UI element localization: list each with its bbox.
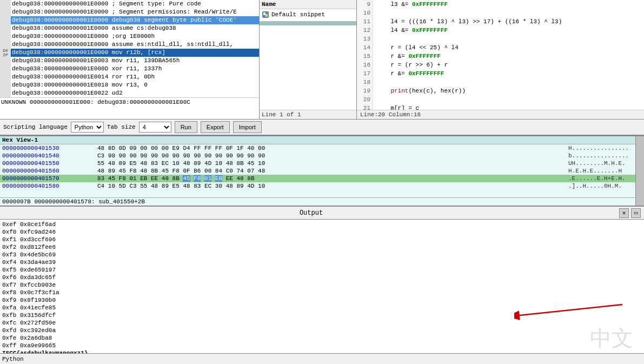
output-title: Output xyxy=(3,209,619,217)
hex-bytes: 48 8D 0D 09 00 00 00 E9 D4 FF FF FF 0F 1… xyxy=(97,144,565,152)
hex-row[interactable]: 000000000040155055 48 89 E5 48 83 EC 10 … xyxy=(0,160,635,167)
disasm-row-marker xyxy=(0,41,11,49)
hex-addr: 0000000000401530 xyxy=(0,144,97,152)
disasm-row[interactable]: debug038:0000000000001E0003 mov r11, 139… xyxy=(0,57,259,65)
disasm-unknown-line: UNKNOWN 0000000000001E000: debug038:0000… xyxy=(0,97,259,107)
output-line: 0xf7 0xfccb903e xyxy=(2,281,642,289)
code-line: m[r] = c xyxy=(376,104,641,110)
code-line: l4 = (((16 * l3) ^ l3) >> 17) + ((16 * l… xyxy=(376,17,641,26)
disasm-row[interactable]: debug038:0000000000001E0022 ud2 xyxy=(0,89,259,97)
line-number: 16 xyxy=(359,61,370,69)
disasm-row-marker xyxy=(0,89,11,97)
code-line xyxy=(376,78,641,87)
code-line: r = (l4 << 25) ^ l4 xyxy=(376,43,641,52)
hex-bytes: C4 10 5D C3 55 48 89 E5 48 83 EC 30 48 8… xyxy=(97,182,565,190)
hex-ascii: .E......E.H+E.H. xyxy=(565,175,635,182)
code-status-bar: Line:20 Column:16 xyxy=(357,110,644,119)
disasm-row[interactable]: DXIPdebug038:0000000000001E0000 mov r12b… xyxy=(0,49,259,57)
line-number: 12 xyxy=(359,26,370,35)
code-line: l3 &= 0xFFFFFFFF xyxy=(376,0,641,9)
output-arrow xyxy=(514,288,633,321)
snippet-item[interactable]: Default snippet xyxy=(260,9,356,20)
output-line: 0xf0 0xfc9ad246 xyxy=(2,228,642,236)
output-line: 0xf3 0x4de5bc69 xyxy=(2,251,642,259)
disasm-row[interactable]: debug038:0000000000001E0000 debug038 seg… xyxy=(0,16,259,24)
disasm-row-marker: DXIP xyxy=(0,49,11,57)
code-content[interactable]: l3 &= 0xFFFFFFFF l4 = (((16 * l3) ^ l3) … xyxy=(373,0,644,110)
disasm-row-content: debug038:0000000000001E0000 mov r12b, [r… xyxy=(11,49,259,57)
hex-header: Hex View-1 xyxy=(0,136,635,144)
line-number: 20 xyxy=(359,95,370,104)
hex-row[interactable]: 000000000040157083 45 F8 01 EB EE 48 8B … xyxy=(0,175,635,182)
hex-row[interactable]: 0000000000401580C4 10 5D C3 55 48 89 E5 … xyxy=(0,182,635,190)
scripting-language-label: Scripting language xyxy=(3,124,68,130)
line-number: 17 xyxy=(359,69,370,78)
disasm-row[interactable]: debug038:0000000000001E0014 ror r11, 0Dh xyxy=(0,73,259,81)
line-number: 15 xyxy=(359,52,370,61)
disasm-row[interactable]: debug038:0000000000001E0000 ; Segment pe… xyxy=(0,8,259,16)
scripting-bar: Scripting language Python Tab size 4 Run… xyxy=(0,119,644,135)
output-area: Output ✕ ▭ 0xef 0x8ce1f6ad0xf0 0xfc9ad24… xyxy=(0,206,644,364)
disasm-row[interactable]: debug038:0000000000001E0000 ; Segment ty… xyxy=(0,0,259,8)
run-button[interactable]: Run xyxy=(175,121,197,133)
hex-ascii: .]..H.....0H.M. xyxy=(565,182,635,190)
hex-bytes: 55 48 89 E5 48 83 EC 10 48 89 4D 10 48 8… xyxy=(97,160,565,167)
output-content: 0xef 0x8ce1f6ad0xf0 0xfc9ad2460xf1 0xd3c… xyxy=(0,220,644,353)
import-button[interactable]: Import xyxy=(233,121,262,133)
disasm-row[interactable]: debug038:0000000000001E0018 mov r13, 0 xyxy=(0,81,259,89)
line-number: 11 xyxy=(359,17,370,26)
snippet-header: Name xyxy=(260,0,356,9)
line-number: 9 xyxy=(359,0,370,9)
output-header: Output ✕ ▭ xyxy=(0,206,644,220)
disasm-row-content: debug038:0000000000001E000D xor r11, 133… xyxy=(11,65,259,73)
hex-scrollbar[interactable] xyxy=(635,136,644,206)
output-line: 0xf2 0xd812fee6 xyxy=(2,243,642,251)
disasm-row-content: debug038:0000000000001E0022 ud2 xyxy=(11,89,259,97)
hex-bytes: C3 90 90 90 90 90 90 90 90 90 90 90 90 9… xyxy=(97,152,565,160)
hex-bytes: 48 89 45 F8 48 8B 45 F8 0F B6 00 84 C0 7… xyxy=(97,167,565,175)
output-watermark: 中文 xyxy=(590,335,633,342)
tab-size-select[interactable]: 4 xyxy=(139,122,171,133)
disasm-row-marker xyxy=(0,81,11,89)
disasm-row-content: debug038:0000000000001E0000 debug038 seg… xyxy=(11,16,259,24)
output-line: 0xff 0xa9e99665 xyxy=(2,342,642,349)
hex-ascii: b................ xyxy=(565,152,635,160)
code-line: l4 &= 0xFFFFFFFF xyxy=(376,26,641,35)
snippet-scroll-area xyxy=(260,20,356,110)
hex-area: Hex View-1 000000000040153048 8D 0D 09 0… xyxy=(0,135,644,206)
hex-row[interactable]: 000000000040156048 89 45 F8 48 8B 45 F8 … xyxy=(0,167,635,175)
code-line: print(hex(c), hex(r)) xyxy=(376,87,641,95)
code-line xyxy=(376,9,641,17)
hex-panel: Hex View-1 000000000040153048 8D 0D 09 0… xyxy=(0,136,635,206)
disasm-row[interactable]: debug038:0000000000001E0000 ;org 1E0000h xyxy=(0,32,259,41)
code-line: r = (r >> 6) + r xyxy=(376,61,641,69)
output-line: ISCC{asdabvlkavmapoqxz1} xyxy=(2,349,642,353)
disasm-row-content: debug038:0000000000001E0000 assume cs:de… xyxy=(11,24,259,32)
hex-addr: 0000000000401560 xyxy=(0,167,97,175)
output-line: 0xf1 0xd3ccf696 xyxy=(2,236,642,243)
disasm-row[interactable]: debug038:0000000000001E000D xor r11, 133… xyxy=(0,65,259,73)
hex-row[interactable]: 0000000000401540C3 90 90 90 90 90 90 90 … xyxy=(0,152,635,160)
disasm-row-marker xyxy=(0,0,11,8)
disasm-row[interactable]: debug038:0000000000001E0000 assume es:nt… xyxy=(0,41,259,49)
disasm-row-marker xyxy=(0,65,11,73)
hex-bytes: 83 45 F8 01 EB EE 48 8B 45 F8 01 EB EE 4… xyxy=(97,175,565,182)
disasm-panel: debug038:0000000000001E0000 ; Segment ty… xyxy=(0,0,260,119)
hex-row[interactable]: 000000000040153048 8D 0D 09 00 00 00 E9 … xyxy=(0,144,635,152)
export-button[interactable]: Export xyxy=(201,121,230,133)
output-close-icon[interactable]: ✕ xyxy=(619,208,629,218)
line-number: 13 xyxy=(359,35,370,43)
output-line: 0xef 0x8ce1f6ad xyxy=(2,221,642,228)
snippet-panel: Name Default snippet Line 1 of 1 xyxy=(260,0,357,119)
output-icons: ✕ ▭ xyxy=(619,208,641,218)
disasm-row[interactable]: debug038:0000000000001E0000 assume cs:de… xyxy=(0,24,259,32)
snippet-status: Line 1 of 1 xyxy=(260,110,356,119)
output-copy-icon[interactable]: ▭ xyxy=(631,208,641,218)
hex-unknown-line: 0000097B 0000000000401578: sub_401550+2B xyxy=(0,197,635,206)
disasm-row-marker xyxy=(0,16,11,24)
hex-ascii: UH........M.H.E. xyxy=(565,160,635,167)
disasm-row-marker xyxy=(0,57,11,65)
disasm-row-marker xyxy=(0,32,11,41)
scripting-language-select[interactable]: Python xyxy=(71,122,104,133)
line-number: 14 xyxy=(359,43,370,52)
